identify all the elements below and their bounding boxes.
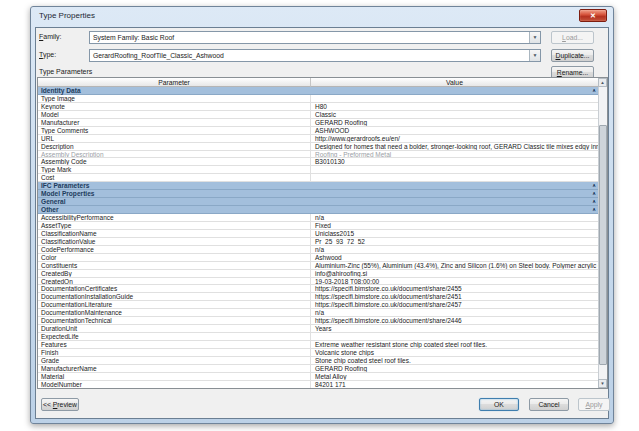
- close-icon[interactable]: ✕: [579, 9, 607, 22]
- table-row: DescriptionDesigned for homes that need …: [38, 143, 598, 151]
- parameter-value-cell[interactable]: Designed for homes that need a bolder, s…: [312, 143, 598, 150]
- parameter-value-cell[interactable]: info@ahiroofing.si: [312, 270, 598, 277]
- group-header-label: Other: [41, 206, 59, 214]
- parameter-value-cell[interactable]: [312, 333, 598, 340]
- group-header-row[interactable]: IFC Parameters∧: [38, 182, 598, 190]
- parameter-value-cell[interactable]: Aluminium-Zinc (55%), Aluminium (43.4%),…: [312, 262, 598, 269]
- duplicate-button[interactable]: Duplicate...: [551, 49, 594, 62]
- parameter-value-cell[interactable]: Stone chip coated steel roof tiles.: [312, 357, 598, 364]
- scroll-up-icon[interactable]: ▲: [598, 78, 607, 87]
- dialog-body: Family: System Family: Basic Roof ▼ Load…: [35, 27, 609, 419]
- parameter-value-cell[interactable]: Extreme weather resistant stone chip coa…: [312, 341, 598, 348]
- collapse-caret-icon[interactable]: ∧: [592, 206, 596, 214]
- parameter-value-cell[interactable]: Roofing - Preformed Metal: [312, 151, 598, 158]
- parameter-value-cell[interactable]: https://specifi.bimstore.co.uk/document/…: [312, 285, 598, 292]
- parameter-name-cell: ExpectedLife: [38, 333, 311, 340]
- parameter-value-cell[interactable]: https://specifi.bimstore.co.uk/document/…: [312, 293, 598, 300]
- parameter-value-cell[interactable]: [312, 174, 598, 181]
- parameter-value-cell[interactable]: Volcanic stone chips: [312, 349, 598, 356]
- scroll-down-icon[interactable]: ▼: [598, 379, 607, 388]
- parameter-name-cell: Model: [38, 111, 311, 118]
- parameter-value-cell[interactable]: H80: [312, 103, 598, 110]
- parameter-value-cell[interactable]: B3010130: [312, 158, 598, 165]
- table-row: AccessibilityPerformancen/a: [38, 214, 598, 222]
- dialog-titlebar[interactable]: Type Properties ✕: [31, 7, 613, 27]
- chevron-down-icon[interactable]: ▼: [529, 32, 540, 43]
- parameter-name-cell: Color: [38, 254, 311, 261]
- table-row: ConstituentsAluminium-Zinc (55%), Alumin…: [38, 262, 598, 270]
- table-row: DocumentationCertificateshttps://specifi…: [38, 285, 598, 293]
- type-dropdown[interactable]: GerardRoofing_RoofTile_Classic_Ashwood ▼: [89, 49, 541, 62]
- table-row: DocumentationMaintenancen/a: [38, 309, 598, 317]
- parameter-name-cell: Assembly Description: [38, 151, 311, 158]
- parameter-value-cell[interactable]: [312, 95, 598, 102]
- parameter-name-cell: AccessibilityPerformance: [38, 214, 311, 221]
- parameter-value-cell[interactable]: http://www.gerardroofs.eu/en/: [312, 135, 598, 142]
- parameter-name-cell: Manufacturer: [38, 119, 311, 126]
- collapse-caret-icon[interactable]: ∧: [592, 198, 596, 206]
- parameter-value-cell[interactable]: 84201 171: [312, 381, 598, 388]
- chevron-down-icon[interactable]: ▼: [529, 50, 540, 61]
- table-row: Type CommentsASHWOOD: [38, 127, 598, 135]
- column-header-parameter[interactable]: Parameter: [38, 78, 311, 87]
- parameter-value-cell[interactable]: Uniclass2015: [312, 230, 598, 237]
- family-dropdown[interactable]: System Family: Basic Roof ▼: [89, 31, 541, 44]
- parameter-name-cell: Type Comments: [38, 127, 311, 134]
- group-header-row[interactable]: Identity Data∧: [38, 87, 598, 95]
- scrollbar-thumb[interactable]: [599, 125, 607, 365]
- parameter-value-cell[interactable]: n/a: [312, 214, 598, 221]
- parameter-value-cell[interactable]: GERARD Roofing: [312, 365, 598, 372]
- table-row: URLhttp://www.gerardroofs.eu/en/: [38, 135, 598, 143]
- parameter-value-cell[interactable]: Fixed: [312, 222, 598, 229]
- table-row: Type Image: [38, 95, 598, 103]
- parameter-value-cell[interactable]: n/a: [312, 246, 598, 253]
- parameter-name-cell: CreatedBy: [38, 270, 311, 277]
- table-row: DocumentationLiteraturehttps://specifi.b…: [38, 301, 598, 309]
- group-header-row[interactable]: Other∧: [38, 206, 598, 214]
- cancel-button[interactable]: Cancel: [529, 398, 569, 411]
- table-row: ManufacturerGERARD Roofing: [38, 119, 598, 127]
- parameter-value-cell[interactable]: Metal Alloy: [312, 373, 598, 380]
- family-label: Family:: [39, 33, 62, 40]
- table-header: Parameter Value: [38, 78, 598, 87]
- collapse-caret-icon[interactable]: ∧: [592, 182, 596, 190]
- collapse-caret-icon[interactable]: ∧: [592, 87, 596, 95]
- family-dropdown-value: System Family: Basic Roof: [93, 34, 174, 41]
- parameter-value-cell[interactable]: 19-03-2018 T08:00:00: [312, 278, 598, 285]
- group-header-label: Model Properties: [41, 190, 95, 198]
- parameter-name-cell: DocumentationMaintenance: [38, 309, 311, 316]
- parameter-name-cell: Features: [38, 341, 311, 348]
- table-row: DurationUnitYears: [38, 325, 598, 333]
- parameter-value-cell[interactable]: Years: [312, 325, 598, 332]
- table-body: Identity Data∧Type ImageKeynoteH80ModelC…: [38, 87, 598, 388]
- collapse-caret-icon[interactable]: ∧: [592, 190, 596, 198]
- parameter-value-cell[interactable]: Ashwood: [312, 254, 598, 261]
- parameter-value-cell[interactable]: https://specifi.bimstore.co.uk/document/…: [312, 301, 598, 308]
- group-header-row[interactable]: General∧: [38, 198, 598, 206]
- table-row: CreatedOn19-03-2018 T08:00:00: [38, 278, 598, 286]
- parameter-value-cell[interactable]: https://specifi.bimstore.co.uk/document/…: [312, 317, 598, 324]
- parameter-value-cell[interactable]: Classic: [312, 111, 598, 118]
- apply-button[interactable]: Apply: [578, 398, 610, 411]
- table-row: ClassificationValuePr_25_93_72_52: [38, 238, 598, 246]
- column-header-value[interactable]: Value: [311, 78, 598, 87]
- parameter-name-cell: Constituents: [38, 262, 311, 269]
- ok-button[interactable]: OK: [479, 398, 519, 411]
- type-parameters-label: Type Parameters: [39, 68, 92, 75]
- vertical-scrollbar[interactable]: ▼: [598, 87, 607, 388]
- type-label: Type:: [39, 51, 56, 58]
- parameter-name-cell: Description: [38, 143, 311, 150]
- type-parameters-table: Parameter Value ▲ Identity Data∧Type Ima…: [37, 77, 608, 389]
- parameter-name-cell: DocumentationInstallationGuide: [38, 293, 311, 300]
- group-header-row[interactable]: Model Properties∧: [38, 190, 598, 198]
- load-button[interactable]: Load...: [551, 31, 594, 44]
- parameter-value-cell[interactable]: Pr_25_93_72_52: [312, 238, 598, 245]
- parameter-name-cell: DocumentationLiterature: [38, 301, 311, 308]
- parameter-value-cell[interactable]: n/a: [312, 309, 598, 316]
- preview-toggle-button[interactable]: << Preview: [41, 398, 79, 411]
- parameter-value-cell[interactable]: GERARD Roofing: [312, 119, 598, 126]
- group-header-label: General: [41, 198, 66, 206]
- parameter-value-cell[interactable]: ASHWOOD: [312, 127, 598, 134]
- table-row: FeaturesExtreme weather resistant stone …: [38, 341, 598, 349]
- parameter-value-cell[interactable]: [312, 166, 598, 173]
